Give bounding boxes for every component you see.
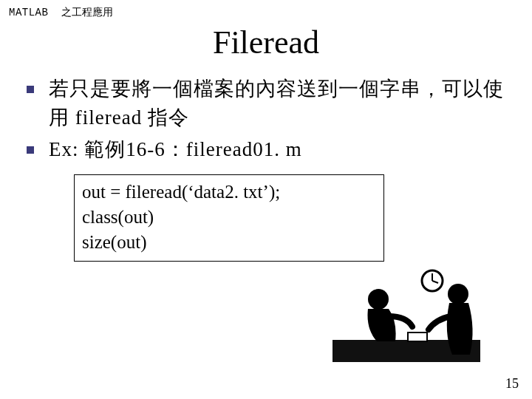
- clipart-icon: [325, 259, 488, 369]
- header-subtitle: 之工程應用: [61, 7, 113, 18]
- code-line: size(out): [82, 230, 376, 255]
- slide-header: MATLAB 之工程應用: [9, 6, 523, 19]
- bullet-item: Ex: 範例16-6：fileread01. m: [49, 135, 510, 164]
- code-line: out = fileread(‘data2. txt’);: [82, 180, 376, 205]
- bullet-item: 若只是要將一個檔案的內容送到一個字串，可以使用 fileread 指令: [49, 75, 510, 132]
- svg-point-5: [448, 284, 468, 304]
- code-box: out = fileread(‘data2. txt’); class(out)…: [74, 174, 384, 261]
- clipart-office-conversation: [325, 259, 488, 369]
- svg-point-4: [368, 289, 389, 310]
- bullet-list: 若只是要將一個檔案的內容送到一個字串，可以使用 fileread 指令 Ex: …: [49, 75, 510, 164]
- header-label: MATLAB: [9, 7, 48, 18]
- svg-rect-6: [408, 332, 427, 341]
- page-number: 15: [505, 376, 519, 392]
- code-line: class(out): [82, 205, 376, 230]
- slide-title: Fileread: [9, 24, 523, 61]
- slide: MATLAB 之工程應用 Fileread 若只是要將一個檔案的內容送到一個字串…: [0, 0, 532, 399]
